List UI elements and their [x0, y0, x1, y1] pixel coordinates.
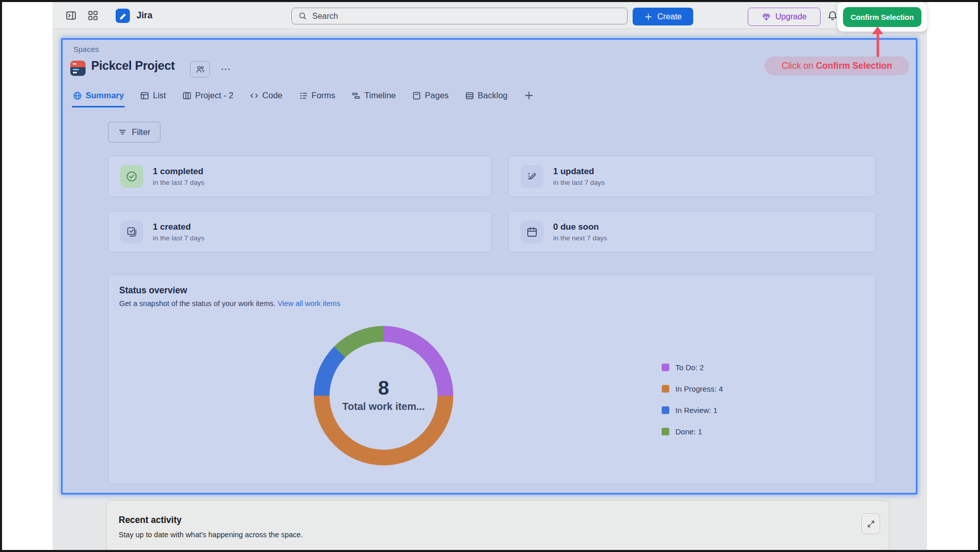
annotation-pill: Click on Confirm Selection [765, 57, 909, 75]
sidebar-toggle-button[interactable] [65, 2, 77, 29]
selection-overlay-region[interactable]: Spaces Pickcel Project SummaryListProjec… [61, 38, 917, 494]
project-avatar [70, 61, 86, 76]
upgrade-button-label: Upgrade [775, 12, 806, 21]
tab-label: Timeline [364, 91, 396, 100]
legend-item-to-do: To Do: 2 [662, 362, 723, 373]
donut-total-label: Total work item... [314, 401, 453, 412]
legend-label: In Progress: 4 [675, 384, 723, 393]
filter-button[interactable]: Filter [108, 122, 160, 143]
tab-add-button[interactable] [524, 87, 534, 104]
copy-check-icon [125, 226, 138, 238]
tab-list[interactable]: List [140, 87, 166, 104]
upgrade-button[interactable]: Upgrade [748, 8, 821, 26]
tab-code[interactable]: Code [250, 87, 282, 104]
legend-swatch [662, 406, 669, 414]
stat-cards-grid: 1 completedin the last 7 days1 updatedin… [108, 155, 876, 253]
stat-card-title: 0 due soon [553, 222, 607, 232]
view-all-work-items-link[interactable]: View all work items [278, 299, 340, 308]
stat-icon-tile [521, 220, 543, 243]
app-name: Jira [137, 2, 152, 29]
legend-item-in-progress: In Progress: 4 [662, 383, 723, 395]
create-button-label: Create [657, 12, 682, 21]
panel-toggle-icon [65, 10, 77, 21]
tab-label: List [153, 91, 166, 100]
tab-pages[interactable]: Pages [412, 87, 449, 104]
check-circle-icon [125, 170, 138, 183]
tab-forms[interactable]: Forms [299, 87, 336, 104]
search-icon [298, 11, 308, 21]
columns-icon [182, 91, 192, 100]
gem-icon [761, 12, 771, 22]
status-overview-card: Status overview Get a snapshot of the st… [108, 274, 876, 484]
pages-icon [412, 91, 421, 100]
stat-card-subtitle: in the last 7 days [553, 179, 605, 186]
stat-icon-tile [120, 220, 143, 243]
tab-label: Project - 2 [195, 91, 233, 100]
confirm-selection-button[interactable]: Confirm Selection [843, 7, 921, 27]
stat-card-1-completed[interactable]: 1 completedin the last 7 days [108, 155, 492, 197]
search-input[interactable]: Search [291, 8, 628, 24]
people-icon [195, 64, 205, 74]
legend-swatch [662, 364, 669, 371]
calendar-icon [526, 226, 538, 238]
project-tabs: SummaryListProject - 2CodeFormsTimelineP… [73, 87, 534, 104]
stat-card-title: 1 completed [153, 167, 204, 177]
plus-icon [524, 91, 534, 100]
page-title: Pickcel Project [91, 59, 175, 73]
pencil-list-icon [526, 170, 538, 183]
legend-item-in-review: In Review: 1 [662, 404, 723, 416]
legend-swatch [662, 385, 669, 393]
donut-center: 8 Total work item... [314, 378, 453, 412]
legend-label: In Review: 1 [675, 406, 718, 415]
apps-grid-icon [87, 10, 99, 21]
filter-button-label: Filter [132, 127, 151, 137]
legend-item-done: Done: 1 [662, 426, 723, 437]
stat-card-1-updated[interactable]: 1 updatedin the last 7 days [508, 155, 876, 197]
more-actions-button[interactable] [217, 61, 234, 77]
search-placeholder: Search [312, 12, 338, 21]
tab-summary[interactable]: Summary [73, 87, 124, 104]
status-overview-title: Status overview [119, 285, 187, 296]
legend-label: Done: 1 [675, 427, 702, 436]
tab-timeline[interactable]: Timeline [351, 87, 396, 104]
legend-label: To Do: 2 [675, 363, 704, 372]
stat-icon-tile [120, 165, 143, 188]
members-button[interactable] [190, 61, 210, 77]
recent-activity-card: Recent activity Stay up to date with wha… [106, 500, 889, 550]
table-icon [140, 91, 149, 100]
backlog-icon [465, 91, 474, 100]
donut-total-value: 8 [314, 378, 453, 399]
tab-backlog[interactable]: Backlog [465, 87, 508, 104]
bell-icon [827, 10, 838, 21]
stat-card-subtitle: in the last 7 days [153, 234, 204, 242]
expand-button[interactable] [861, 513, 880, 534]
tab-label: Summary [86, 91, 124, 100]
stat-icon-tile [521, 165, 543, 188]
jira-logo-icon [116, 9, 130, 23]
stat-card-subtitle: in the last 7 days [153, 179, 204, 186]
recent-activity-subtitle: Stay up to date with what's happening ac… [119, 531, 303, 539]
chart-legend: To Do: 2In Progress: 4In Review: 1Done: … [662, 362, 723, 437]
stat-card-subtitle: in the next 7 days [553, 234, 607, 242]
forms-icon [299, 91, 308, 100]
timeline-icon [351, 91, 361, 100]
app-switcher-button[interactable] [87, 2, 99, 29]
tab-label: Code [262, 91, 282, 100]
expand-icon [866, 519, 876, 529]
tab-label: Forms [312, 91, 336, 100]
stat-card-title: 1 updated [553, 167, 605, 177]
breadcrumb[interactable]: Spaces [73, 45, 99, 53]
plus-icon [644, 12, 653, 21]
stat-card-title: 1 created [153, 222, 204, 232]
tab-project-2[interactable]: Project - 2 [182, 87, 233, 104]
more-horizontal-icon [220, 64, 231, 75]
topbar: Jira Search Create Upgrade [52, 2, 927, 29]
jira-home-button[interactable] [116, 2, 130, 29]
code-icon [250, 91, 259, 100]
tab-label: Pages [425, 91, 449, 100]
annotation-arrow-line [877, 33, 879, 57]
recent-activity-title: Recent activity [119, 515, 182, 526]
create-button[interactable]: Create [633, 8, 693, 25]
stat-card-1-created[interactable]: 1 createdin the last 7 days [108, 211, 492, 253]
stat-card-0-due-soon[interactable]: 0 due soonin the next 7 days [508, 211, 876, 253]
